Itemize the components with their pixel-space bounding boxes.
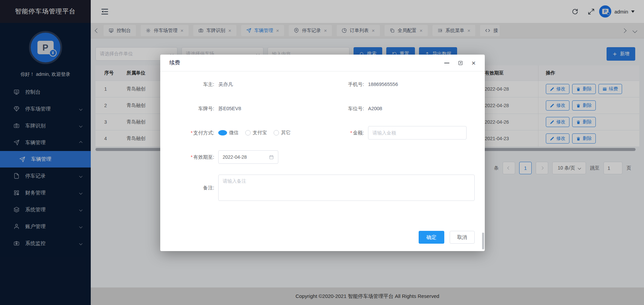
renew-dialog: 续费 × 车主: 吴亦凡 手机号: 18869565556 车牌号: 苏E05E…: [160, 55, 485, 251]
radio-icon: [245, 130, 251, 135]
radio-other[interactable]: 其它: [274, 130, 290, 136]
plate-value: 苏E05EV8: [218, 105, 241, 112]
dialog-header: 续费 ×: [160, 55, 485, 71]
close-icon[interactable]: ×: [472, 59, 476, 66]
cancel-button[interactable]: 取消: [450, 231, 475, 244]
radio-wechat[interactable]: 微信: [218, 130, 239, 136]
modal-scrollbar-thumb[interactable]: [482, 233, 484, 249]
calendar-icon: [269, 155, 274, 160]
dialog-body: 车主: 吴亦凡 手机号: 18869565556 车牌号: 苏E05EV8 车位…: [160, 71, 485, 231]
maximize-icon[interactable]: [458, 60, 463, 66]
radio-selected-icon: [218, 130, 227, 135]
amount-label: *金额:: [323, 130, 368, 136]
radio-icon: [274, 130, 279, 135]
remark-textarea[interactable]: [218, 175, 475, 201]
confirm-button[interactable]: 确定: [419, 231, 444, 244]
radio-alipay[interactable]: 支付宝: [245, 130, 267, 136]
dialog-footer: 确定 取消: [160, 231, 485, 251]
plate-label: 车牌号:: [170, 105, 218, 112]
spot-value: A2008: [368, 106, 382, 111]
amount-input[interactable]: [372, 130, 462, 135]
valid-until-date-input[interactable]: 2022-04-28: [218, 150, 278, 164]
dialog-title: 续费: [169, 59, 180, 66]
phone-label: 手机号:: [323, 81, 368, 88]
amount-input-wrap: [368, 126, 467, 140]
owner-label: 车主:: [170, 81, 218, 88]
payment-label: *支付方式:: [170, 130, 218, 136]
spot-label: 车位号:: [323, 105, 368, 112]
minimize-icon[interactable]: [444, 63, 449, 63]
valid-until-label: *有效期至:: [170, 154, 218, 160]
owner-value: 吴亦凡: [218, 81, 233, 88]
remark-label: 备注:: [170, 185, 218, 191]
phone-value: 18869565556: [368, 82, 398, 87]
